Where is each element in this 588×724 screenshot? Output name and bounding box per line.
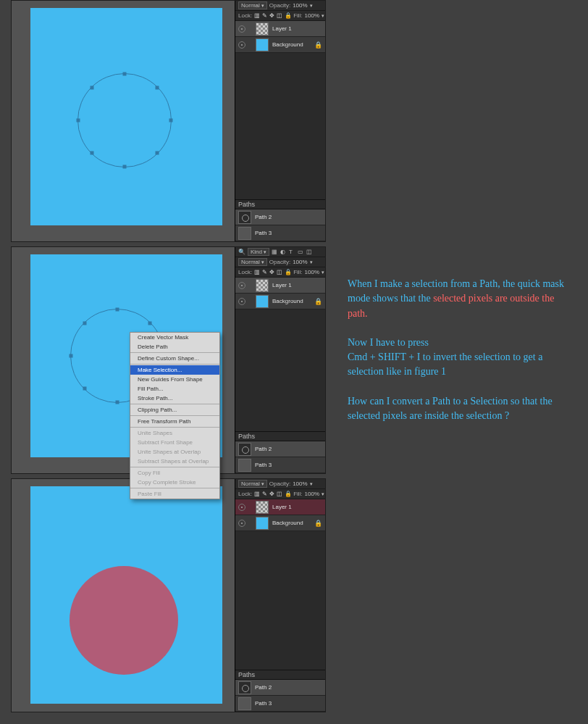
opacity-value[interactable]: 100% [293,480,307,487]
path-row[interactable]: Path 3 [235,457,325,473]
path-row[interactable]: Path 3 [235,696,325,712]
lock-nesting-icon[interactable]: ◫ [277,491,282,497]
path-name[interactable]: Path 2 [255,214,272,220]
anchor-point[interactable] [156,86,159,89]
document-canvas[interactable] [30,486,222,704]
filter-smart-icon[interactable]: ◫ [306,249,313,255]
anchor-point[interactable] [156,151,159,155]
path-thumbnail[interactable] [238,697,251,710]
anchor-point[interactable] [123,72,127,76]
layer-name[interactable]: Layer 1 [272,282,292,288]
layer-row[interactable]: Background 🔒 [235,515,325,531]
anchor-point[interactable] [70,354,73,358]
lock-all-icon[interactable]: 🔒 [285,491,291,497]
path-name[interactable]: Path 3 [255,230,272,236]
visibility-toggle-icon[interactable] [238,282,245,289]
lock-transparency-icon[interactable]: ▥ [254,269,260,275]
layer-name[interactable]: Background [272,520,303,526]
visibility-toggle-icon[interactable] [238,41,245,49]
anchor-point[interactable] [83,387,86,391]
path-row[interactable]: Path 2 [235,209,325,225]
fill-value[interactable]: 100% [305,12,319,19]
lock-position-icon[interactable]: ✥ [269,12,274,19]
anchor-point[interactable] [90,151,93,155]
canvas-area[interactable]: Create Vector MaskDelete PathDefine Cust… [12,247,235,473]
layers-empty-area[interactable] [235,309,325,431]
menu-item[interactable]: Define Custom Shape... [130,354,219,363]
fill-value[interactable]: 100% [305,491,319,497]
opacity-value[interactable]: 100% [293,2,307,9]
canvas-area[interactable] [12,479,235,712]
opacity-value[interactable]: 100% [293,259,307,265]
anchor-point[interactable] [116,308,119,312]
path-row[interactable]: Path 3 [235,225,325,241]
filter-adjust-icon[interactable]: ◐ [280,249,287,255]
path-thumbnail[interactable] [238,211,251,224]
path-name[interactable]: Path 2 [255,684,272,691]
menu-item[interactable]: Stroke Path... [130,394,219,403]
visibility-toggle-icon[interactable] [238,298,245,305]
blend-mode-select[interactable]: Normal▾ [238,480,267,488]
layer-thumbnail[interactable] [256,22,269,36]
filter-shape-icon[interactable]: ▭ [298,249,304,255]
menu-item[interactable]: Create Vector Mask [130,333,219,342]
menu-item[interactable]: Delete Path [130,342,219,351]
layer-thumbnail[interactable] [256,279,269,292]
blend-mode-select[interactable]: Normal▾ [238,258,267,266]
visibility-toggle-icon[interactable] [238,520,245,527]
anchor-point[interactable] [148,321,152,325]
layers-empty-area[interactable] [235,53,325,199]
lock-position-icon[interactable]: ✥ [269,269,274,275]
anchor-point[interactable] [169,119,173,122]
path-row[interactable]: Path 2 [235,680,325,696]
path-name[interactable]: Path 3 [255,700,272,707]
filter-kind-select[interactable]: Kind▾ [248,248,269,256]
layers-empty-area[interactable] [235,531,325,670]
canvas-area[interactable] [12,1,235,241]
filter-type-icon[interactable]: T [289,249,295,255]
layer-thumbnail[interactable] [256,517,269,530]
search-icon[interactable]: 🔍 [238,249,245,255]
path-thumbnail[interactable] [238,227,251,240]
layer-name[interactable]: Layer 1 [272,25,292,32]
paths-panel-title[interactable]: Paths [235,670,325,680]
path-thumbnail[interactable] [238,459,251,472]
lock-nesting-icon[interactable]: ◫ [277,12,282,19]
lock-all-icon[interactable]: 🔒 [285,269,291,275]
path-name[interactable]: Path 3 [255,462,272,468]
path-row[interactable]: Path 2 [235,441,325,457]
layer-name[interactable]: Background [272,41,303,48]
layer-row[interactable]: Layer 1 [235,278,325,294]
lock-position-icon[interactable]: ✥ [269,491,274,497]
lock-transparency-icon[interactable]: ▥ [254,12,260,19]
layer-thumbnail[interactable] [256,38,269,51]
anchor-point[interactable] [90,86,93,89]
layer-name[interactable]: Background [272,298,303,304]
path-thumbnail[interactable] [238,443,251,456]
lock-pixels-icon[interactable]: ✎ [262,12,267,19]
lock-pixels-icon[interactable]: ✎ [262,269,267,275]
visibility-toggle-icon[interactable] [238,25,245,33]
path-name[interactable]: Path 2 [255,446,272,452]
menu-item[interactable]: Clipping Path... [130,405,219,415]
lock-nesting-icon[interactable]: ◫ [277,269,282,275]
lock-pixels-icon[interactable]: ✎ [262,491,267,497]
anchor-point[interactable] [77,119,80,122]
visibility-toggle-icon[interactable] [238,504,245,511]
layer-row[interactable]: Layer 1 [235,499,325,515]
lock-transparency-icon[interactable]: ▥ [254,491,260,497]
anchor-point[interactable] [83,321,86,325]
menu-item[interactable]: Free Transform Path [130,417,219,426]
menu-item[interactable]: New Guides From Shape [130,375,219,384]
layer-name[interactable]: Layer 1 [272,504,292,510]
path-thumbnail[interactable] [238,681,251,694]
layer-row[interactable]: Background 🔒 [235,37,325,53]
paths-panel-title[interactable]: Paths [235,199,325,209]
paths-panel-title[interactable]: Paths [235,431,325,441]
vector-path-circle[interactable] [77,73,172,167]
layer-thumbnail[interactable] [256,295,269,308]
document-canvas[interactable] [30,8,222,225]
menu-item[interactable]: Fill Path... [130,384,219,394]
anchor-point[interactable] [116,401,119,404]
blend-mode-select[interactable]: Normal▾ [238,1,267,9]
